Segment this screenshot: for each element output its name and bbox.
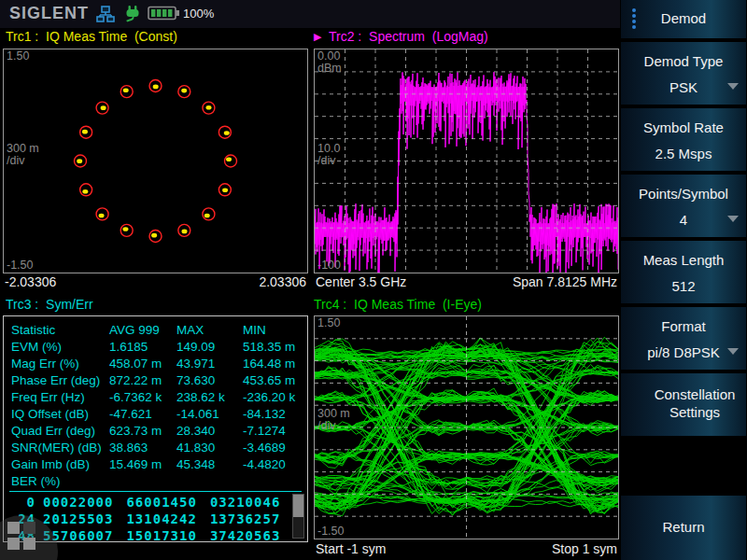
menu-return-label: Return	[621, 519, 746, 535]
table-row: IQ Offset (dB)-47.621-14.061-84.132	[4, 406, 307, 423]
table-row: Gain Imb (dB)15.469 m45.348-4.4820	[4, 456, 307, 473]
trc2-ymin-label: -100	[317, 259, 341, 272]
menu-item-value: 512	[621, 278, 746, 294]
trc1-xmax-label: 2.03306	[3, 274, 306, 289]
ber-separator	[9, 491, 302, 492]
menu-item-label: Meas Length	[621, 252, 746, 268]
trc4-stop-label: Stop 1 sym	[314, 541, 617, 556]
table-row: Phase Err (deg)872.22 m73.630453.65 m	[4, 372, 307, 389]
table-row: Mag Err (%)458.07 m43.971164.48 m	[4, 356, 307, 372]
menu-item-value: 2.5 Msps	[621, 146, 746, 161]
menu-item-label: Constellation Settings	[621, 385, 747, 421]
trc4-title[interactable]: Trc4 : IQ Meas Time (I-Eye)	[314, 297, 482, 312]
menu-item-points-symbol[interactable]: Points/Symbol4	[621, 175, 746, 237]
trc1-constellation-graph[interactable]: 1.50 300 m/div -1.50	[3, 49, 308, 273]
trc3-symerr-panel[interactable]: StatisticAVG 999MAXMINEVM (%)1.6185149.0…	[3, 315, 308, 542]
menu-header-label: Demod	[621, 10, 746, 26]
trc2-ydiv-label: 10.0/div	[317, 143, 340, 167]
active-trace-marker-icon: ▶	[314, 31, 321, 42]
trc1-ymin-label: -1.50	[7, 259, 34, 272]
ber-label-row: BER (%)	[4, 473, 307, 490]
spectrum-plot	[315, 49, 618, 273]
ber-data-row: 0000220006600145003210046	[4, 494, 293, 511]
eye-diagram-plot	[315, 316, 618, 539]
ber-data-row: 24201255031310424213736257	[4, 511, 293, 527]
table-row: Quad Err (deg)623.73 m28.340-7.1274	[4, 423, 307, 440]
dropdown-arrow-icon	[727, 216, 739, 222]
trc4-ymin-label: -1.50	[317, 525, 345, 538]
trc1-ymax-label: 1.50	[7, 50, 29, 63]
ber-scrollbar-thumb[interactable]	[293, 495, 303, 517]
menu-item-label: Points/Symbol	[621, 186, 746, 202]
battery-icon	[148, 5, 181, 21]
menu-return-button[interactable]: Return	[621, 496, 746, 560]
power-plug-icon	[123, 5, 142, 23]
trc3-title[interactable]: Trc3 : Sym/Err	[6, 297, 93, 312]
menu-item-demod-type[interactable]: Demod TypePSK	[621, 42, 746, 105]
menu-item-format[interactable]: Formatpi/8 D8PSK	[621, 307, 746, 370]
menu-header-demod[interactable]: Demod	[621, 0, 746, 38]
analyzer-screen: SIGLENT 100%	[0, 0, 747, 560]
trc2-title[interactable]: ▶ Trc2 : Spectrum (LogMag)	[314, 29, 488, 44]
trc1-ydiv-label: 300 m/div	[7, 143, 39, 167]
network-icon	[96, 5, 115, 23]
menu-item-label: Demod Type	[621, 53, 746, 69]
dropdown-arrow-icon	[727, 83, 739, 90]
menu-item-constellation-settings[interactable]: Constellation Settings	[621, 373, 746, 436]
trc4-ymax-label: 1.50	[317, 317, 340, 329]
constellation-plot	[4, 49, 307, 273]
trc1-title[interactable]: Trc1 : IQ Meas Time (Const)	[6, 29, 177, 44]
ber-scrollbar[interactable]	[292, 494, 304, 539]
trc4-ydiv-label: 300 m/div	[317, 408, 350, 432]
battery-percent: 100%	[183, 7, 214, 21]
menu-item-label: Symbol Rate	[621, 119, 746, 135]
brand-logo: SIGLENT	[9, 4, 89, 23]
status-bar: SIGLENT 100%	[0, 0, 620, 28]
trc4-eye-graph[interactable]: 1.50 300 m/div -1.50	[314, 315, 619, 539]
table-row: EVM (%)1.6185149.09518.35 m	[4, 339, 307, 356]
trc2-span-label: Span 7.8125 MHz	[314, 274, 617, 289]
menu-item-label: Format	[621, 318, 746, 334]
table-row: StatisticAVG 999MAXMIN	[4, 322, 307, 339]
menu-item-symbol-rate[interactable]: Symbol Rate2.5 Msps	[621, 108, 746, 171]
dropdown-arrow-icon	[727, 348, 739, 355]
softkey-menu: Demod Demod TypePSKSymbol Rate2.5 MspsPo…	[620, 0, 747, 560]
trc2-spectrum-graph[interactable]: 0.00dBm 10.0/div -100	[314, 49, 619, 273]
table-row: Freq Err (Hz)-6.7362 k238.62 k-236.20 k	[4, 389, 307, 406]
menu-item-meas-length[interactable]: Meas Length512	[621, 241, 746, 303]
table-row: SNR(MER) (dB)38.86341.830-3.4689	[4, 440, 307, 456]
trc2-ref-label: 0.00dBm	[317, 50, 342, 75]
